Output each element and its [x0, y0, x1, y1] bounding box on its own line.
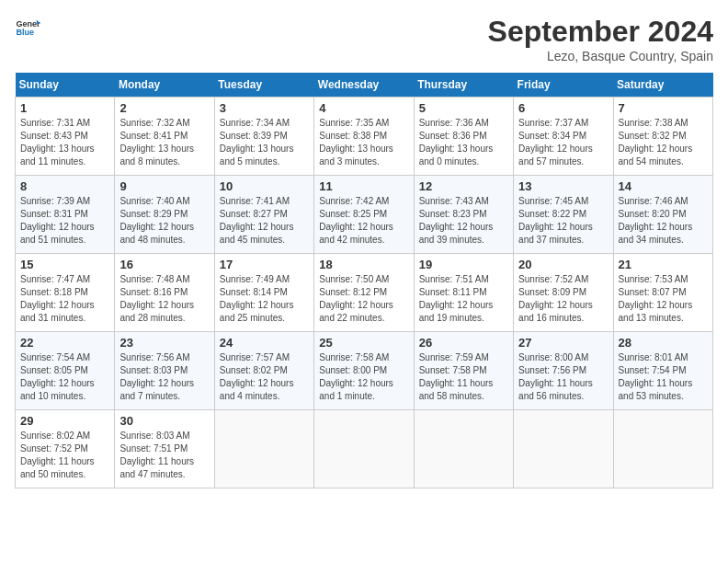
logo: General Blue [15, 15, 40, 40]
day-info: Sunrise: 7:59 AM Sunset: 7:58 PM Dayligh… [419, 351, 508, 403]
day-info: Sunrise: 7:57 AM Sunset: 8:02 PM Dayligh… [220, 351, 309, 403]
day-info: Sunrise: 7:49 AM Sunset: 8:14 PM Dayligh… [220, 273, 309, 325]
calendar-week-1: 1 Sunrise: 7:31 AM Sunset: 8:43 PM Dayli… [16, 98, 713, 176]
day-number: 19 [419, 258, 508, 271]
calendar-week-2: 8 Sunrise: 7:39 AM Sunset: 8:31 PM Dayli… [16, 176, 713, 254]
day-info: Sunrise: 7:58 AM Sunset: 8:00 PM Dayligh… [319, 351, 408, 403]
day-number: 5 [419, 101, 508, 115]
day-number: 27 [518, 336, 608, 350]
day-number: 26 [419, 336, 508, 350]
calendar-cell: 24 Sunrise: 7:57 AM Sunset: 8:02 PM Dayl… [214, 332, 313, 410]
calendar-cell: 17 Sunrise: 7:49 AM Sunset: 8:14 PM Dayl… [214, 254, 313, 332]
calendar-cell [514, 410, 613, 488]
day-number: 22 [20, 336, 109, 350]
page-header: General Blue September 2024 Lezo, Basque… [15, 15, 713, 63]
logo-icon: General Blue [15, 15, 40, 40]
day-info: Sunrise: 7:40 AM Sunset: 8:29 PM Dayligh… [119, 195, 209, 247]
calendar-cell: 16 Sunrise: 7:48 AM Sunset: 8:16 PM Dayl… [115, 254, 214, 332]
calendar-cell [414, 410, 513, 488]
day-number: 18 [319, 258, 408, 271]
calendar-cell: 22 Sunrise: 7:54 AM Sunset: 8:05 PM Dayl… [16, 332, 115, 410]
day-info: Sunrise: 7:51 AM Sunset: 8:11 PM Dayligh… [419, 273, 508, 325]
header-row: Sunday Monday Tuesday Wednesday Thursday… [16, 73, 713, 98]
day-number: 16 [119, 258, 209, 271]
day-number: 2 [119, 101, 209, 115]
day-info: Sunrise: 7:47 AM Sunset: 8:18 PM Dayligh… [20, 273, 109, 325]
day-info: Sunrise: 7:54 AM Sunset: 8:05 PM Dayligh… [20, 351, 109, 403]
calendar-cell: 28 Sunrise: 8:01 AM Sunset: 7:54 PM Dayl… [613, 332, 712, 410]
calendar-cell: 23 Sunrise: 7:56 AM Sunset: 8:03 PM Dayl… [115, 332, 214, 410]
calendar-week-3: 15 Sunrise: 7:47 AM Sunset: 8:18 PM Dayl… [16, 254, 713, 332]
calendar-cell: 19 Sunrise: 7:51 AM Sunset: 8:11 PM Dayl… [414, 254, 513, 332]
day-number: 11 [319, 179, 408, 193]
day-info: Sunrise: 7:56 AM Sunset: 8:03 PM Dayligh… [119, 351, 209, 403]
day-info: Sunrise: 7:53 AM Sunset: 8:07 PM Dayligh… [619, 273, 708, 325]
calendar-week-5: 29 Sunrise: 8:02 AM Sunset: 7:52 PM Dayl… [16, 410, 713, 488]
day-info: Sunrise: 8:01 AM Sunset: 7:54 PM Dayligh… [619, 351, 708, 403]
day-number: 1 [20, 101, 109, 115]
calendar-cell [314, 410, 414, 488]
calendar-table: Sunday Monday Tuesday Wednesday Thursday… [15, 73, 713, 488]
day-info: Sunrise: 8:00 AM Sunset: 7:56 PM Dayligh… [518, 351, 608, 403]
day-number: 20 [518, 258, 608, 271]
day-number: 24 [220, 336, 309, 350]
calendar-cell: 25 Sunrise: 7:58 AM Sunset: 8:00 PM Dayl… [314, 332, 414, 410]
day-number: 3 [220, 101, 309, 115]
day-number: 14 [619, 179, 708, 193]
day-number: 13 [518, 179, 608, 193]
day-info: Sunrise: 7:43 AM Sunset: 8:23 PM Dayligh… [419, 195, 508, 247]
col-sunday: Sunday [16, 73, 115, 98]
day-info: Sunrise: 7:35 AM Sunset: 8:38 PM Dayligh… [319, 117, 408, 168]
day-info: Sunrise: 7:41 AM Sunset: 8:27 PM Dayligh… [220, 195, 309, 247]
calendar-cell: 6 Sunrise: 7:37 AM Sunset: 8:34 PM Dayli… [514, 98, 613, 176]
calendar-cell: 12 Sunrise: 7:43 AM Sunset: 8:23 PM Dayl… [414, 176, 513, 254]
calendar-cell: 13 Sunrise: 7:45 AM Sunset: 8:22 PM Dayl… [514, 176, 613, 254]
day-info: Sunrise: 8:03 AM Sunset: 7:51 PM Dayligh… [119, 430, 209, 481]
day-number: 30 [119, 414, 209, 428]
calendar-cell [214, 410, 313, 488]
day-number: 25 [319, 336, 408, 350]
day-number: 8 [20, 179, 109, 193]
day-number: 12 [419, 179, 508, 193]
svg-text:Blue: Blue [16, 28, 34, 37]
calendar-cell: 26 Sunrise: 7:59 AM Sunset: 7:58 PM Dayl… [414, 332, 513, 410]
day-info: Sunrise: 7:46 AM Sunset: 8:20 PM Dayligh… [619, 195, 708, 247]
day-number: 21 [619, 258, 708, 271]
calendar-cell: 14 Sunrise: 7:46 AM Sunset: 8:20 PM Dayl… [613, 176, 712, 254]
day-number: 15 [20, 258, 109, 271]
calendar-cell: 3 Sunrise: 7:34 AM Sunset: 8:39 PM Dayli… [214, 98, 313, 176]
calendar-cell: 29 Sunrise: 8:02 AM Sunset: 7:52 PM Dayl… [16, 410, 115, 488]
day-info: Sunrise: 7:34 AM Sunset: 8:39 PM Dayligh… [220, 117, 309, 168]
day-info: Sunrise: 7:31 AM Sunset: 8:43 PM Dayligh… [20, 117, 109, 168]
day-info: Sunrise: 7:39 AM Sunset: 8:31 PM Dayligh… [20, 195, 109, 247]
col-tuesday: Tuesday [214, 73, 313, 98]
day-number: 7 [619, 101, 708, 115]
day-info: Sunrise: 7:38 AM Sunset: 8:32 PM Dayligh… [619, 117, 708, 168]
calendar-cell: 7 Sunrise: 7:38 AM Sunset: 8:32 PM Dayli… [613, 98, 712, 176]
day-number: 6 [518, 101, 608, 115]
title-block: September 2024 Lezo, Basque Country, Spa… [488, 15, 713, 63]
day-info: Sunrise: 7:37 AM Sunset: 8:34 PM Dayligh… [518, 117, 608, 168]
calendar-cell: 27 Sunrise: 8:00 AM Sunset: 7:56 PM Dayl… [514, 332, 613, 410]
calendar-cell [613, 410, 712, 488]
day-info: Sunrise: 7:48 AM Sunset: 8:16 PM Dayligh… [119, 273, 209, 325]
calendar-cell: 1 Sunrise: 7:31 AM Sunset: 8:43 PM Dayli… [16, 98, 115, 176]
calendar-cell: 5 Sunrise: 7:36 AM Sunset: 8:36 PM Dayli… [414, 98, 513, 176]
calendar-cell: 11 Sunrise: 7:42 AM Sunset: 8:25 PM Dayl… [314, 176, 414, 254]
day-info: Sunrise: 7:36 AM Sunset: 8:36 PM Dayligh… [419, 117, 508, 168]
calendar-cell: 2 Sunrise: 7:32 AM Sunset: 8:41 PM Dayli… [115, 98, 214, 176]
day-info: Sunrise: 7:42 AM Sunset: 8:25 PM Dayligh… [319, 195, 408, 247]
day-info: Sunrise: 7:50 AM Sunset: 8:12 PM Dayligh… [319, 273, 408, 325]
day-info: Sunrise: 7:32 AM Sunset: 8:41 PM Dayligh… [119, 117, 209, 168]
day-info: Sunrise: 8:02 AM Sunset: 7:52 PM Dayligh… [20, 430, 109, 481]
calendar-cell: 20 Sunrise: 7:52 AM Sunset: 8:09 PM Dayl… [514, 254, 613, 332]
day-number: 28 [619, 336, 708, 350]
day-number: 10 [220, 179, 309, 193]
calendar-cell: 30 Sunrise: 8:03 AM Sunset: 7:51 PM Dayl… [115, 410, 214, 488]
day-number: 23 [119, 336, 209, 350]
day-number: 9 [119, 179, 209, 193]
calendar-cell: 21 Sunrise: 7:53 AM Sunset: 8:07 PM Dayl… [613, 254, 712, 332]
calendar-week-4: 22 Sunrise: 7:54 AM Sunset: 8:05 PM Dayl… [16, 332, 713, 410]
calendar-cell: 18 Sunrise: 7:50 AM Sunset: 8:12 PM Dayl… [314, 254, 414, 332]
col-saturday: Saturday [613, 73, 712, 98]
